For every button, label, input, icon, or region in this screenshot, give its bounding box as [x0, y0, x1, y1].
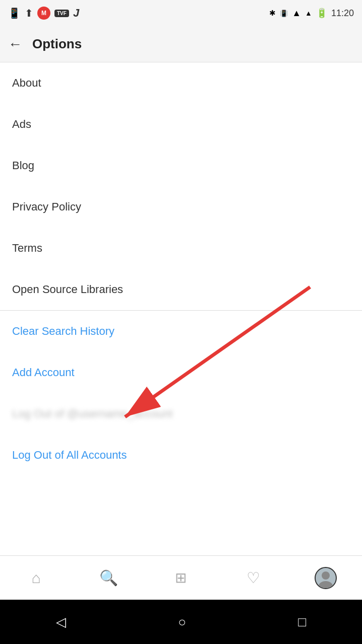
- wifi-icon: ▲: [292, 8, 301, 19]
- menu-item-logout-user[interactable]: Log Out of @username_account: [0, 393, 362, 435]
- android-nav: ◁ ○ □: [0, 600, 362, 644]
- battery-icon: 🔋: [316, 8, 327, 19]
- bluetooth-icon: ✱: [269, 9, 276, 18]
- home-icon: ⌂: [32, 569, 41, 587]
- options-header: ← Options: [0, 26, 362, 62]
- menu-item-logout-all[interactable]: Log Out of All Accounts: [0, 435, 362, 476]
- signal-icon: ▲: [305, 9, 312, 17]
- nav-search[interactable]: 🔍: [93, 563, 124, 593]
- menu-section-2: Clear Search History Add Account Log Out…: [0, 311, 362, 476]
- whatsapp-icon: 📱: [8, 7, 21, 19]
- menu-item-about[interactable]: About: [0, 62, 362, 104]
- nav-profile[interactable]: [311, 563, 341, 593]
- menu-section-1: About Ads Blog Privacy Policy Terms Open…: [0, 62, 362, 310]
- j-icon: J: [73, 7, 79, 20]
- menu-item-privacy-policy[interactable]: Privacy Policy: [0, 186, 362, 228]
- nav-new-post[interactable]: ⊞: [166, 563, 196, 593]
- vibrate-icon: 📳: [280, 10, 288, 17]
- menu-item-open-source[interactable]: Open Source Libraries: [0, 269, 362, 310]
- page-title: Options: [32, 36, 82, 52]
- nav-activity[interactable]: ♡: [238, 563, 269, 593]
- time-display: 11:20: [331, 8, 354, 19]
- back-button[interactable]: ←: [8, 36, 22, 52]
- android-recent-button[interactable]: □: [298, 614, 306, 630]
- svg-point-3: [319, 581, 333, 588]
- menu-item-add-account[interactable]: Add Account: [0, 352, 362, 393]
- status-bar: 📱 ⬆ M TVF J ✱ 📳 ▲ ▲ 🔋 11:20: [0, 0, 362, 26]
- bottom-nav: ⌂ 🔍 ⊞ ♡: [0, 555, 362, 600]
- heart-icon: ♡: [247, 569, 260, 587]
- upload-icon: ⬆: [25, 7, 33, 19]
- menu-item-clear-history[interactable]: Clear Search History: [0, 311, 362, 352]
- svg-point-2: [322, 571, 330, 580]
- avatar: [315, 567, 337, 589]
- m-icon: M: [37, 7, 50, 20]
- tvf-icon: TVF: [54, 10, 69, 17]
- search-icon: 🔍: [99, 569, 118, 587]
- status-bar-right: ✱ 📳 ▲ ▲ 🔋 11:20: [269, 8, 354, 19]
- menu-item-blog[interactable]: Blog: [0, 145, 362, 186]
- android-back-button[interactable]: ◁: [56, 614, 66, 630]
- android-home-button[interactable]: ○: [178, 614, 186, 630]
- plus-square-icon: ⊞: [175, 569, 187, 586]
- nav-home[interactable]: ⌂: [21, 563, 51, 593]
- menu-item-ads[interactable]: Ads: [0, 104, 362, 145]
- menu-item-terms[interactable]: Terms: [0, 228, 362, 269]
- status-bar-left: 📱 ⬆ M TVF J: [8, 7, 79, 20]
